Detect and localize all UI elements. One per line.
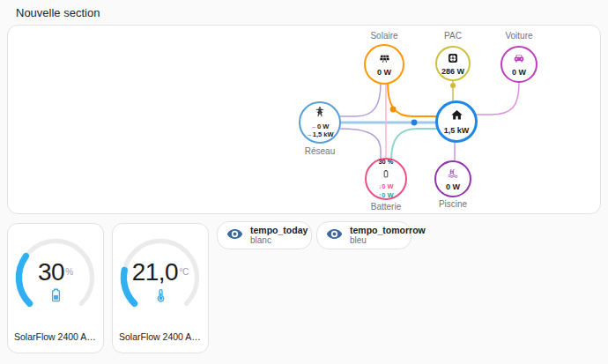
car-icon [513, 52, 525, 68]
gauge-card-battery-level[interactable]: 30% SolarFlow 2400 AC Nivea… [7, 223, 104, 353]
entity-name: tempo_today [250, 225, 302, 235]
battery-discharge-row: ↑0 W [378, 191, 393, 199]
flow-dot-solar [390, 107, 397, 113]
pool-value: 0 W [446, 182, 460, 191]
power-flow-card: Solaire PAC Voiture Réseau Batterie Pisc… [7, 25, 601, 214]
pac-node[interactable]: 286 W [435, 46, 471, 81]
entity-state: blanc [250, 235, 302, 246]
battery-label: Batterie [371, 202, 401, 212]
grid-label: Réseau [305, 146, 335, 156]
entity-card-tempo-tomorrow[interactable]: tempo_tomorrow bleu [316, 221, 412, 249]
flow-dot-pac [450, 83, 456, 88]
gauge-value: 30 [38, 258, 64, 286]
pac-label: PAC [444, 31, 462, 41]
home-value: 1,5 kW [444, 126, 470, 135]
grid-import-row: →1,5 kW [306, 130, 333, 138]
line-car-to-home [476, 82, 519, 115]
heat-pump-icon [448, 51, 458, 67]
section-title: Nouvelle section [16, 6, 100, 19]
circular-gauge: 21,0°C [115, 232, 206, 323]
arrow-left-icon: ← [311, 123, 318, 130]
car-value: 0 W [512, 68, 526, 77]
solar-node[interactable]: 0 W [364, 44, 404, 85]
gauge-unit: % [65, 267, 73, 277]
pac-value: 286 W [441, 67, 464, 76]
solar-panel-icon [379, 52, 390, 68]
gauge-entity-name: SolarFlow 2400 AC Nivea… [8, 331, 103, 342]
grid-export-row: ←0 W [311, 123, 330, 130]
line-grid-to-battery [340, 129, 381, 160]
battery-icon [382, 167, 390, 182]
gauge-value: 21,0 [132, 258, 179, 286]
entity-state: bleu [350, 235, 402, 246]
arrow-right-icon: → [306, 130, 313, 138]
line-solar-to-home [388, 83, 438, 116]
entity-card-tempo-today[interactable]: tempo_today blanc [217, 221, 312, 249]
home-icon [450, 108, 463, 125]
pool-node[interactable]: 0 W [434, 160, 471, 197]
gauge-card-temperature[interactable]: 21,0°C SolarFlow 2400 AC Temp… [112, 223, 209, 353]
eye-icon [326, 226, 343, 246]
transmission-tower-icon [314, 106, 326, 122]
line-battery-to-home [391, 129, 438, 160]
battery-charge-row: ↓0 W [378, 182, 393, 190]
pool-icon [447, 167, 459, 182]
gauge-unit: °C [179, 267, 189, 277]
thermometer-icon [153, 287, 168, 302]
car-node[interactable]: 0 W [500, 46, 538, 83]
pool-label: Piscine [439, 199, 467, 209]
car-label: Voiture [505, 31, 532, 41]
battery-soc: 30 % [378, 159, 393, 167]
circular-gauge: 30% [10, 232, 101, 323]
battery-node[interactable]: 30 % ↓0 W ↑0 W [365, 158, 407, 200]
gauge-entity-name: SolarFlow 2400 AC Temp… [113, 331, 208, 342]
dashboard: Nouvelle section Solaire PAC Voiture Rés… [0, 0, 608, 364]
battery-icon [48, 287, 63, 302]
line-solar-to-grid [340, 83, 381, 116]
solar-value: 0 W [377, 68, 391, 77]
home-node[interactable]: 1,5 kW [435, 100, 478, 143]
grid-node[interactable]: ←0 W →1,5 kW [299, 101, 341, 144]
eye-icon [226, 226, 243, 246]
entity-name: tempo_tomorrow [350, 225, 402, 235]
flow-dot-grid [412, 120, 418, 126]
solar-label: Solaire [370, 31, 397, 41]
